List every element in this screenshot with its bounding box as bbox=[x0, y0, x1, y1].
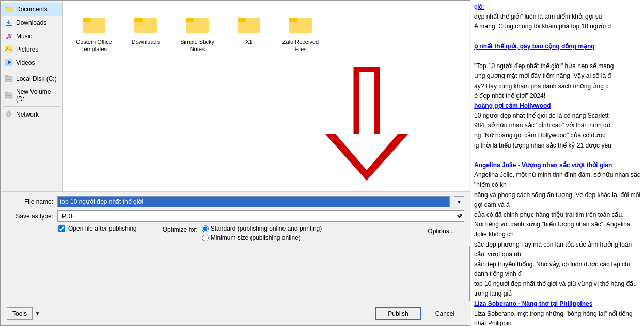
open-file-checkbox[interactable] bbox=[58, 225, 65, 232]
sidebar-separator-1 bbox=[3, 71, 60, 71]
sidebar-item-documents[interactable]: Documents bbox=[1, 3, 62, 16]
optimize-label: Optimize for: bbox=[163, 226, 198, 233]
file-label-zalo: Zalo Received Files bbox=[280, 38, 321, 53]
svg-rect-1 bbox=[5, 7, 8, 8]
filename-input[interactable] bbox=[57, 196, 450, 207]
cancel-button[interactable]: Cancel bbox=[426, 307, 464, 320]
bottom-controls: File name: ▼ Save as type: PDF ▼ Open fi… bbox=[1, 191, 470, 246]
publish-dialog: Documents Downloads Music bbox=[0, 0, 470, 326]
sidebar-item-downloads[interactable]: Downloads bbox=[1, 16, 62, 29]
doc-para-angelina-7: top 10 người đẹp nhất thế giới và giữ vữ… bbox=[474, 280, 637, 297]
svg-rect-2 bbox=[6, 25, 12, 26]
svg-rect-29 bbox=[238, 18, 246, 22]
publish-button[interactable]: Publish bbox=[375, 307, 421, 320]
open-file-checkbox-label[interactable]: Open file after publishing bbox=[68, 225, 137, 232]
sidebar-label-pictures: Pictures bbox=[16, 46, 38, 53]
file-item-simple-sticky-notes[interactable]: Simple Sticky Notes bbox=[177, 11, 218, 53]
svg-rect-23 bbox=[83, 18, 91, 22]
file-item-zalo[interactable]: Zalo Received Files bbox=[280, 11, 321, 53]
sidebar-label-music: Music bbox=[16, 32, 32, 40]
file-browser: Custom Office Templates Downloads bbox=[62, 1, 470, 191]
sidebar-separator-2 bbox=[3, 106, 60, 107]
document-text: giới đẹp nhất thế giới" luôn là tâm điểm… bbox=[474, 2, 641, 326]
sidebar-item-localdisk-c[interactable]: Local Disk (C:) bbox=[1, 72, 62, 86]
file-item-downloads[interactable]: Downloads bbox=[125, 11, 166, 53]
svg-rect-25 bbox=[134, 18, 143, 22]
videos-icon bbox=[5, 59, 13, 67]
file-label-simple-sticky-notes: Simple Sticky Notes bbox=[177, 38, 218, 53]
svg-rect-5 bbox=[5, 46, 12, 52]
file-grid: Custom Office Templates Downloads bbox=[63, 1, 470, 63]
pictures-icon bbox=[5, 45, 13, 54]
doc-para-angelina-1: Angelina Jolie, một nữ minh tinh đình đá… bbox=[474, 171, 640, 188]
sidebar-label-videos: Videos bbox=[16, 59, 35, 67]
tools-group: Tools ▼ bbox=[7, 307, 42, 320]
tools-button[interactable]: Tools bbox=[7, 307, 33, 320]
doc-heading-angelina: Angelina Jolie - Vượng nhan sắc vượt thờ… bbox=[474, 161, 612, 169]
filename-row: File name: ▼ bbox=[7, 196, 464, 207]
svg-line-19 bbox=[7, 112, 9, 113]
folder-icon-simple-sticky bbox=[185, 11, 210, 36]
svg-rect-18 bbox=[8, 111, 10, 112]
sidebar-item-newvolume-d[interactable]: New Volume (D: bbox=[1, 86, 62, 105]
svg-rect-17 bbox=[9, 113, 11, 115]
svg-rect-31 bbox=[289, 18, 297, 22]
drive-c-icon bbox=[5, 75, 13, 83]
svg-rect-16 bbox=[6, 113, 8, 115]
options-row: Open file after publishing Optimize for:… bbox=[7, 225, 464, 241]
doc-para-liza-1: Liza Soberano, một trong những "bông hồn… bbox=[474, 310, 633, 326]
sidebar-item-pictures[interactable]: Pictures bbox=[1, 43, 62, 56]
file-item-custom-office-templates[interactable]: Custom Office Templates bbox=[73, 11, 115, 53]
svg-rect-11 bbox=[6, 79, 11, 80]
sidebar-label-downloads: Downloads bbox=[16, 19, 46, 26]
download-icon bbox=[5, 19, 13, 27]
sidebar-label-localdisk-c: Local Disk (C:) bbox=[16, 75, 57, 83]
doc-para-2: ề mạng. Cùng chúng tôi khám phá top 10 n… bbox=[474, 23, 611, 30]
filetype-select-wrapper: PDF ▼ bbox=[57, 210, 464, 222]
radio-standard-label[interactable]: Standard (publishing online and printing… bbox=[211, 225, 322, 232]
sidebar-item-music[interactable]: Music bbox=[1, 29, 62, 43]
doc-para-angelina-4: Nổi tiếng với danh xưng "biểu tượng nhan… bbox=[474, 221, 631, 238]
radio-minimum-row: Minimum size (publishing online) bbox=[202, 234, 322, 241]
svg-point-3 bbox=[6, 37, 8, 39]
doc-para-6: ẻ đẹp nhất thế giới" 2024! bbox=[474, 92, 545, 100]
sidebar-item-videos[interactable]: Videos bbox=[1, 56, 62, 70]
doc-para-7: 10 người đẹp nhất thế giới đó là cô nàng… bbox=[474, 112, 608, 119]
svg-point-6 bbox=[7, 47, 8, 48]
filetype-row: Save as type: PDF ▼ bbox=[7, 210, 464, 222]
music-icon bbox=[5, 32, 13, 40]
doc-para-10: ig thời là biểu tượng nhan sắc thế kỷ 21… bbox=[474, 142, 611, 149]
svg-rect-27 bbox=[186, 18, 194, 22]
network-icon bbox=[5, 110, 13, 119]
radio-minimum[interactable] bbox=[202, 235, 209, 241]
doc-para-angelina-3: của cô đã chinh phục hàng triệu trái tim… bbox=[474, 211, 623, 218]
filename-label: File name: bbox=[7, 198, 53, 205]
svg-rect-13 bbox=[5, 92, 8, 93]
folder-icon bbox=[5, 5, 13, 13]
folder-icon-custom-office bbox=[82, 11, 106, 36]
sidebar-item-network[interactable]: Network bbox=[1, 108, 62, 121]
file-label-custom-office-templates: Custom Office Templates bbox=[73, 38, 115, 53]
filetype-select[interactable]: PDF bbox=[57, 210, 464, 222]
filename-dropdown-arrow[interactable]: ▼ bbox=[454, 196, 464, 207]
doc-heading-hollywood: hoàng gợi cảm Hollywood bbox=[474, 102, 551, 109]
sidebar-label-documents: Documents bbox=[16, 6, 48, 13]
tools-dropdown-arrow[interactable]: ▼ bbox=[33, 308, 42, 319]
action-row: Tools ▼ Publish Cancel bbox=[1, 301, 470, 325]
radio-standard[interactable] bbox=[202, 225, 209, 232]
file-item-x1[interactable]: X1 bbox=[228, 11, 270, 53]
sidebar-label-network: Network bbox=[16, 111, 39, 118]
doc-heading-1: ọ nhất thế giới, gây bão cộng đồng mạng bbox=[474, 43, 595, 50]
doc-para-3: "Top 10 người đẹp nhất thế giới" hứa hẹn… bbox=[474, 62, 614, 70]
doc-para-angelina-5: sắc đẹp phương Tây mà còn lan tỏa sức ản… bbox=[474, 241, 632, 258]
radio-minimum-label[interactable]: Minimum size (publishing online) bbox=[211, 234, 301, 241]
doc-para-1: đẹp nhất thế giới" luôn là tâm điểm khởi… bbox=[474, 13, 602, 20]
svg-rect-14 bbox=[6, 95, 11, 96]
optimize-section: Optimize for: Standard (publishing onlin… bbox=[163, 225, 322, 241]
options-button[interactable]: Options... bbox=[418, 225, 464, 237]
folder-icon-downloads bbox=[133, 11, 158, 36]
optimize-radio-group: Standard (publishing online and printing… bbox=[202, 225, 322, 241]
drive-d-icon bbox=[5, 91, 13, 100]
open-file-checkbox-row: Open file after publishing bbox=[58, 225, 137, 232]
doc-para-8: 984, sở hữu nhan sắc "đỉnh cao" với thân… bbox=[474, 122, 610, 129]
